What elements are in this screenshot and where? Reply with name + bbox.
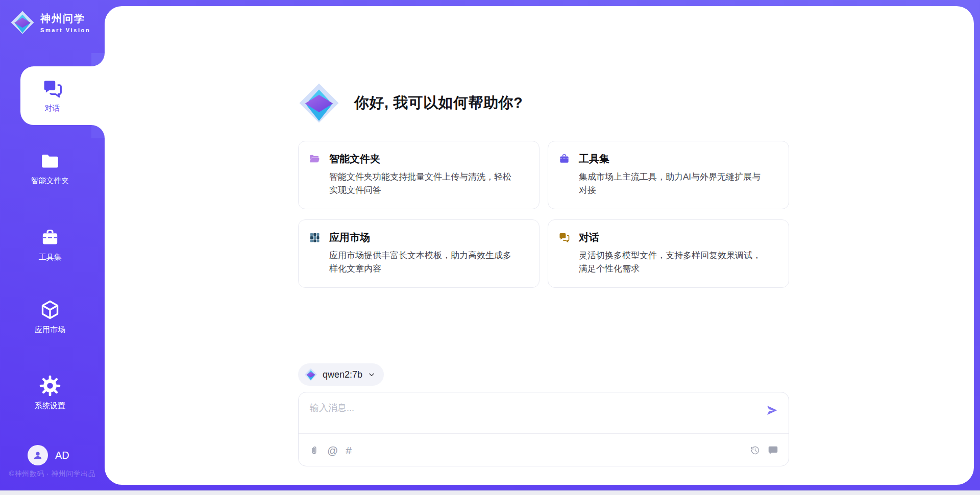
folder-open-icon [309, 153, 321, 165]
model-logo-icon [304, 368, 317, 381]
chat-icon [42, 78, 63, 100]
card-description: 集成市场上主流工具，助力AI与外界无缝扩展与对接 [579, 170, 768, 197]
chat-icon [558, 232, 570, 243]
feature-cards: 智能文件夹 智能文件夹功能支持批量文件上传与清洗，轻松实现文件问答 工具集 集成… [298, 141, 789, 288]
folder-icon [40, 151, 60, 171]
message-input[interactable] [299, 392, 759, 437]
attach-icon[interactable] [309, 445, 320, 456]
model-name: qwen2:7b [323, 369, 362, 380]
sidebar-item-toolset[interactable]: 工具集 [0, 228, 100, 262]
tab-top-curve [91, 53, 105, 66]
brand-subtitle: Smart Vision [40, 27, 90, 33]
card-smart-folder[interactable]: 智能文件夹 智能文件夹功能支持批量文件上传与清洗，轻松实现文件问答 [298, 141, 540, 209]
app-window: 神州问学 Smart Vision 对话 智能文件夹 工具集 应用市场 系统设置 [0, 0, 980, 495]
person-icon [32, 449, 44, 461]
main-content: 你好, 我可以如何帮助你? 智能文件夹 智能文件夹功能支持批量文件上传与清洗，轻… [298, 0, 789, 495]
cube-icon [39, 299, 61, 320]
sidebar-item-settings[interactable]: 系统设置 [0, 375, 100, 411]
message-composer: @ # [298, 392, 789, 466]
toolbox-icon [40, 228, 60, 248]
card-toolset[interactable]: 工具集 集成市场上主流工具，助力AI与外界无缝扩展与对接 [548, 141, 789, 209]
card-chat[interactable]: 对话 灵活切换多模型文件，支持多样回复效果调试，满足个性化需求 [548, 219, 789, 288]
card-title: 工具集 [579, 152, 609, 166]
card-title: 智能文件夹 [329, 152, 380, 166]
send-icon [765, 404, 778, 417]
tab-bottom-curve [91, 125, 105, 138]
sidebar-footer-text: ©神州数码 · 神州问学出品 [0, 469, 105, 479]
sidebar-item-label: 系统设置 [35, 401, 65, 411]
card-description: 灵活切换多模型文件，支持多样回复效果调试，满足个性化需求 [579, 249, 768, 276]
card-description: 智能文件夹功能支持批量文件上传与清洗，轻松实现文件问答 [329, 170, 519, 197]
user-account[interactable]: AD [28, 445, 69, 465]
user-name: AD [55, 450, 69, 461]
brand-name: 神州问学 [40, 12, 90, 26]
sidebar-item-app-market[interactable]: 应用市场 [0, 299, 100, 335]
sidebar-item-label: 对话 [45, 104, 60, 113]
chevron-down-icon [368, 370, 376, 379]
sidebar-item-label: 应用市场 [35, 325, 65, 335]
hash-icon[interactable]: # [346, 445, 352, 456]
avatar [28, 445, 48, 465]
brand: 神州问学 Smart Vision [10, 10, 90, 35]
mention-icon[interactable]: @ [327, 445, 338, 456]
model-selector[interactable]: qwen2:7b [298, 363, 384, 386]
greeting: 你好, 我可以如何帮助你? [298, 82, 523, 124]
sidebar-item-smart-folder[interactable]: 智能文件夹 [0, 151, 100, 186]
welcome-logo-icon [298, 82, 340, 124]
gear-icon [39, 375, 61, 397]
greeting-title: 你好, 我可以如何帮助你? [354, 93, 523, 113]
sidebar-item-label: 智能文件夹 [31, 176, 69, 186]
card-title: 应用市场 [329, 231, 370, 244]
card-description: 应用市场提供丰富长文本模板，助力高效生成多样化文章内容 [329, 249, 519, 276]
send-button[interactable] [765, 404, 778, 417]
chat-bubble-icon[interactable] [768, 445, 778, 456]
history-icon[interactable] [750, 445, 761, 456]
sidebar-item-chat[interactable]: 对话 [20, 66, 105, 125]
card-app-market[interactable]: 应用市场 应用市场提供丰富长文本模板，助力高效生成多样化文章内容 [298, 219, 540, 288]
sidebar: 神州问学 Smart Vision 对话 智能文件夹 工具集 应用市场 系统设置 [0, 0, 105, 485]
card-title: 对话 [579, 231, 599, 244]
sidebar-item-label: 工具集 [39, 253, 62, 262]
toolbox-icon [558, 153, 570, 165]
brand-logo-icon [10, 10, 35, 35]
market-grid-icon [309, 232, 321, 243]
